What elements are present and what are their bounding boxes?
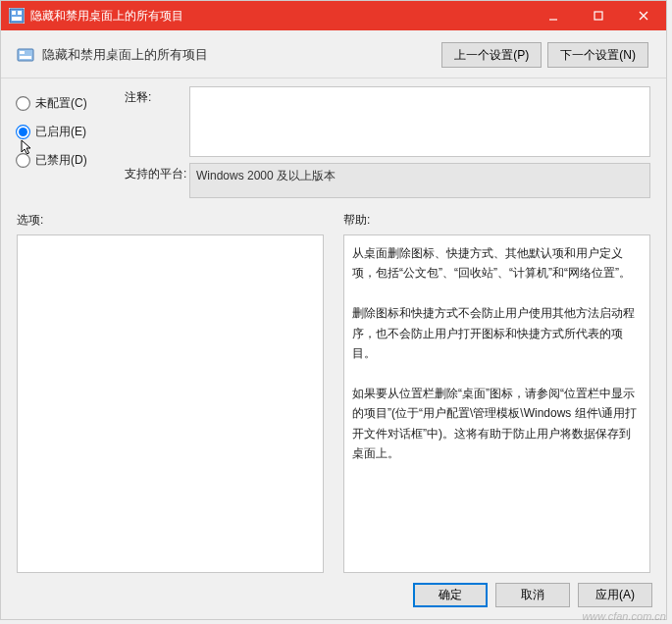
next-setting-button[interactable]: 下一个设置(N) <box>547 42 648 68</box>
radio-disabled[interactable]: 已禁用(D) <box>17 152 125 169</box>
help-label: 帮助: <box>343 212 650 229</box>
prev-setting-button[interactable]: 上一个设置(P) <box>441 42 542 68</box>
radio-disabled-label: 已禁用(D) <box>35 152 87 169</box>
svg-rect-2 <box>18 11 22 15</box>
lower-section: 选项: 帮助: 从桌面删除图标、快捷方式、其他默认项和用户定义项，包括“公文包”… <box>1 204 666 573</box>
window-title: 隐藏和禁用桌面上的所有项目 <box>30 8 531 25</box>
maximize-button[interactable] <box>576 1 621 30</box>
platform-label: 支持的平台: <box>125 163 189 198</box>
header-row: 隐藏和禁用桌面上的所有项目 上一个设置(P) 下一个设置(N) <box>1 30 666 74</box>
options-column: 选项: <box>17 206 324 573</box>
window-controls <box>531 1 666 30</box>
svg-rect-10 <box>20 56 31 59</box>
radio-enabled-input[interactable] <box>16 125 30 139</box>
apply-button[interactable]: 应用(A) <box>578 583 652 607</box>
dialog-window: 隐藏和禁用桌面上的所有项目 隐藏和禁用桌面上的所有项目 上一个设置(P) 下一个… <box>0 0 667 620</box>
cancel-button[interactable]: 取消 <box>495 583 570 607</box>
svg-rect-5 <box>594 12 602 20</box>
ok-button[interactable]: 确定 <box>413 583 488 607</box>
platform-value: Windows 2000 及以上版本 <box>189 163 650 198</box>
app-icon <box>9 8 25 24</box>
svg-rect-9 <box>20 51 25 54</box>
close-button[interactable] <box>621 1 666 30</box>
svg-rect-1 <box>12 11 16 15</box>
radio-enabled[interactable]: 已启用(E) <box>17 124 125 140</box>
state-radio-group: 未配置(C) 已启用(E) 已禁用(D) <box>17 86 125 204</box>
radio-not-configured-label: 未配置(C) <box>35 95 87 112</box>
titlebar: 隐藏和禁用桌面上的所有项目 <box>1 1 666 30</box>
policy-icon <box>17 46 34 64</box>
form-column: 注释: 支持的平台: Windows 2000 及以上版本 <box>125 86 650 204</box>
svg-rect-3 <box>12 17 22 21</box>
radio-enabled-label: 已启用(E) <box>35 124 86 140</box>
config-section: 未配置(C) 已启用(E) 已禁用(D) 注释: 支持的平台: Windo <box>1 78 666 204</box>
comment-label: 注释: <box>125 86 189 157</box>
comment-input[interactable] <box>189 86 650 157</box>
radio-not-configured-input[interactable] <box>16 96 30 111</box>
svg-rect-8 <box>18 49 33 61</box>
radio-not-configured[interactable]: 未配置(C) <box>17 95 125 112</box>
options-label: 选项: <box>17 212 324 229</box>
help-column: 帮助: 从桌面删除图标、快捷方式、其他默认项和用户定义项，包括“公文包”、“回收… <box>343 206 650 573</box>
policy-name: 隐藏和禁用桌面上的所有项目 <box>42 46 436 64</box>
radio-disabled-input[interactable] <box>16 153 30 168</box>
options-box[interactable] <box>17 234 324 573</box>
minimize-button[interactable] <box>531 1 576 30</box>
help-box[interactable]: 从桌面删除图标、快捷方式、其他默认项和用户定义项，包括“公文包”、“回收站”、“… <box>343 234 650 573</box>
footer: 确定 取消 应用(A) <box>1 573 666 619</box>
